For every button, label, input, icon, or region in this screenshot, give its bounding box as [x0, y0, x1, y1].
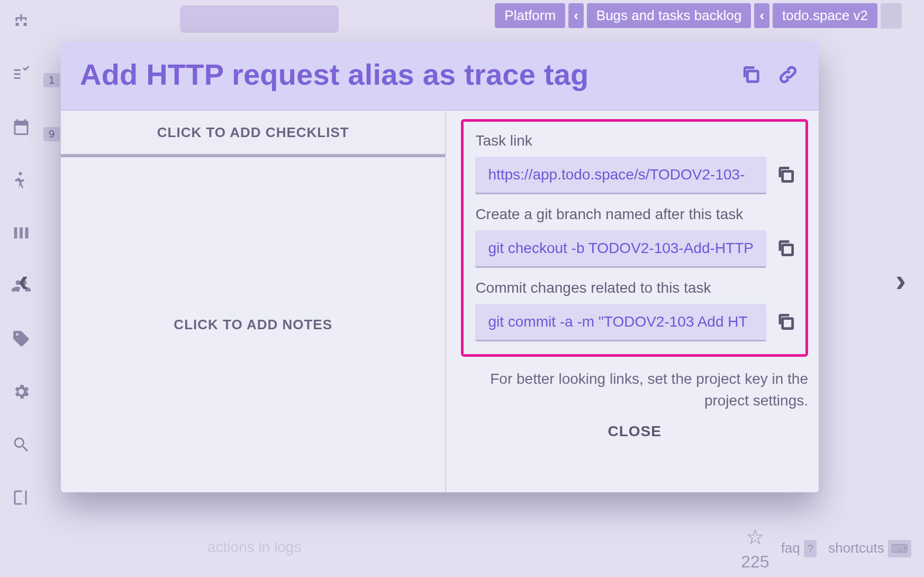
footer-hints: ☆ 225 faq ? shortcuts ⌨ — [741, 525, 911, 572]
git-branch-group: Create a git branch named after this tas… — [475, 206, 796, 268]
svg-rect-3 — [747, 71, 758, 82]
crumb-platform[interactable]: Platform — [495, 3, 565, 28]
svg-rect-2 — [25, 228, 29, 239]
settings-hint-text: For better looking links, set the projec… — [461, 368, 808, 411]
checklist-icon[interactable] — [11, 64, 32, 85]
git-commit-group: Commit changes related to this task git … — [475, 280, 796, 341]
copy-branch-button[interactable] — [776, 238, 796, 260]
background-card-text: actions in logs — [207, 539, 301, 556]
svg-rect-0 — [14, 228, 17, 239]
faq-link[interactable]: faq ? — [781, 540, 817, 556]
star-icon[interactable]: ☆ — [746, 525, 765, 549]
link-icon[interactable] — [776, 63, 800, 86]
partial-chip — [881, 3, 902, 29]
breadcrumb: Platform ‹ Bugs and tasks backlog ‹ todo… — [495, 3, 877, 28]
svg-rect-6 — [783, 318, 793, 328]
calendar-icon[interactable] — [11, 116, 32, 138]
svg-rect-5 — [783, 245, 793, 255]
svg-rect-1 — [20, 228, 23, 239]
star-count: 225 — [741, 552, 769, 572]
crumb-sep-1[interactable]: ‹ — [568, 3, 584, 28]
modal-left-column: CLICK TO ADD CHECKLIST CLICK TO ADD NOTE… — [61, 111, 446, 492]
git-commit-value[interactable]: git commit -a -m "TODOV2-103 Add HT — [475, 304, 766, 341]
task-link-group: Task link https://app.todo.space/s/TODOV… — [475, 132, 796, 194]
tag-icon[interactable] — [11, 328, 32, 349]
modal-header: Add HTTP request alias as trace tag — [61, 41, 819, 111]
background-card — [180, 5, 339, 33]
copy-commit-button[interactable] — [776, 312, 796, 334]
git-commit-label: Commit changes related to this task — [475, 280, 796, 296]
tasks-badge: 1 — [43, 73, 60, 87]
gear-icon[interactable] — [11, 381, 32, 402]
snippet-highlight-box: Task link https://app.todo.space/s/TODOV… — [461, 119, 808, 357]
person-run-icon[interactable] — [11, 169, 32, 191]
copy-task-link-button[interactable] — [776, 165, 796, 187]
crumb-sep-2[interactable]: ‹ — [754, 3, 769, 28]
modal-right-column: Task link https://app.todo.space/s/TODOV… — [446, 111, 819, 492]
sitemap-icon[interactable] — [11, 11, 32, 32]
close-button[interactable]: CLOSE — [608, 423, 661, 440]
task-modal: Add HTTP request alias as trace tag CLIC… — [61, 41, 819, 492]
shortcuts-link[interactable]: shortcuts ⌨ — [828, 540, 911, 556]
modal-title: Add HTTP request alias as trace tag — [80, 57, 726, 92]
git-branch-value[interactable]: git checkout -b TODOV2-103-Add-HTTP — [475, 230, 766, 268]
task-link-value[interactable]: https://app.todo.space/s/TODOV2-103- — [475, 157, 766, 194]
columns-icon[interactable] — [11, 222, 32, 244]
search-icon[interactable] — [11, 434, 32, 455]
copy-icon[interactable] — [739, 63, 763, 86]
git-branch-label: Create a git branch named after this tas… — [475, 206, 796, 223]
add-checklist-placeholder[interactable]: CLICK TO ADD CHECKLIST — [61, 111, 445, 157]
calendar-badge: 9 — [43, 127, 60, 141]
nav-prev-arrow[interactable]: ‹ — [18, 262, 29, 299]
add-notes-placeholder[interactable]: CLICK TO ADD NOTES — [61, 157, 445, 492]
nav-next-arrow[interactable]: › — [895, 262, 906, 299]
crumb-backlog[interactable]: Bugs and tasks backlog — [587, 3, 751, 28]
crumb-project[interactable]: todo.space v2 — [773, 3, 877, 28]
door-exit-icon[interactable] — [11, 487, 32, 508]
task-link-label: Task link — [475, 132, 796, 149]
svg-rect-4 — [783, 171, 793, 181]
